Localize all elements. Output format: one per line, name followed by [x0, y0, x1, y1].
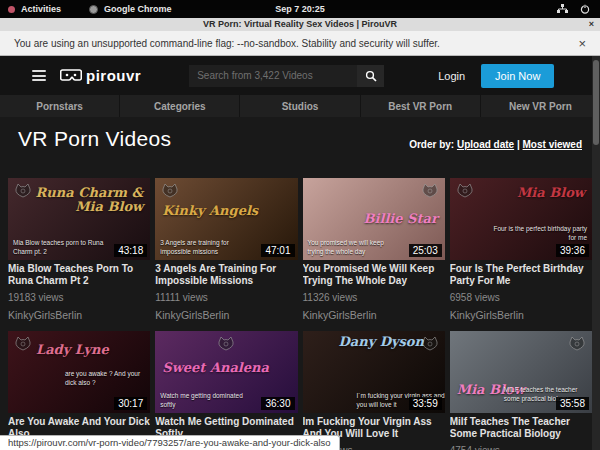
studio-cat-mask-logo-icon — [13, 182, 33, 202]
duration-badge: 30:17 — [114, 397, 147, 410]
nav-item-categories[interactable]: Categories — [120, 95, 239, 117]
thumbnail-overlay-title: Billie Star — [364, 212, 438, 226]
studio-link[interactable]: KinkyGirlsBerlin — [8, 309, 150, 322]
search-icon — [365, 70, 377, 82]
video-card[interactable]: Sweet Analena Watch me getting dominated… — [155, 331, 297, 450]
infobar-message: You are using an unsupported command-lin… — [14, 38, 440, 49]
logo-text: pirouvr — [86, 67, 141, 84]
sandbox-warning-infobar: You are using an unsupported command-lin… — [0, 31, 600, 56]
video-title[interactable]: 3 Angels Are Training For Impossible Mis… — [155, 263, 297, 288]
studio-cat-mask-logo-icon — [13, 335, 33, 355]
duration-badge: 35:58 — [556, 397, 589, 410]
video-thumbnail[interactable]: Mia Blow Four is the perfect birthday pa… — [450, 178, 592, 260]
video-thumbnail[interactable]: Sweet Analena Watch me getting dominated… — [155, 331, 297, 413]
search-bar — [189, 65, 384, 87]
window-close-icon[interactable]: × — [589, 18, 594, 31]
site-logo[interactable]: pirouvr — [60, 67, 141, 84]
video-thumbnail[interactable]: Lady Lyne are you awake ? And your dick … — [8, 331, 150, 413]
order-by: Order by: Upload date | Most viewed — [409, 139, 582, 150]
site-header: pirouvr Login Join Now — [0, 56, 600, 95]
infobar-close-icon[interactable]: × — [578, 37, 586, 50]
video-title[interactable]: Milf Teaches The Teacher Some Practical … — [450, 416, 592, 441]
video-title[interactable]: Four Is The Perfect Birthday Party For M… — [450, 263, 592, 288]
main-nav: Pornstars Categories Studios Best VR Por… — [0, 95, 600, 117]
studio-cat-mask-logo-icon — [216, 335, 236, 355]
link-preview-statusbar: https://pirouvr.com/vr-porn-video/779325… — [0, 435, 340, 450]
studio-cat-mask-logo-icon — [455, 182, 475, 202]
view-count: 6958 views — [450, 292, 592, 304]
studio-link[interactable]: KinkyGirlsBerlin — [450, 309, 592, 322]
thumbnail-caption: 3 Angels are training for impossible mis… — [160, 239, 254, 256]
duration-badge: 39:36 — [556, 244, 589, 257]
thumbnail-caption: You promised we will keep trying the who… — [308, 239, 402, 256]
menu-hamburger-icon[interactable] — [32, 70, 46, 81]
login-link[interactable]: Login — [438, 70, 465, 82]
video-card[interactable]: Kinky Angels 3 Angels are training for i… — [155, 178, 297, 322]
search-input[interactable] — [189, 65, 357, 87]
studio-link[interactable]: KinkyGirlsBerlin — [155, 309, 297, 322]
video-card[interactable]: Lady Lyne are you awake ? And your dick … — [8, 331, 150, 450]
video-grid: Runa Charm & Mia Blow Mia Blow teaches p… — [8, 178, 592, 450]
thumbnail-caption: Mia Blow teaches porn to Runa Charm pt. … — [13, 239, 107, 256]
thumbnail-overlay-title: Kinky Angels — [162, 204, 258, 218]
studio-cat-mask-logo-icon — [160, 182, 180, 202]
video-thumbnail[interactable]: Kinky Angels 3 Angels are training for i… — [155, 178, 297, 260]
window-titlebar[interactable]: VR Porn: Virtual Reality Sex Videos | Pi… — [0, 18, 600, 31]
nav-item-new-vr-porn[interactable]: New VR Porn — [481, 95, 600, 117]
video-card[interactable]: Dany Dyson I´m fucking your virgin ass a… — [303, 331, 445, 450]
video-thumbnail[interactable]: Runa Charm & Mia Blow Mia Blow teaches p… — [8, 178, 150, 260]
view-count: 11326 views — [303, 292, 445, 304]
page-title: VR Porn Videos — [18, 127, 171, 151]
system-top-bar: Activities Google Chrome Sep 7 20:25 — [0, 0, 600, 18]
clock[interactable]: Sep 7 20:25 — [0, 4, 600, 14]
video-card[interactable]: Mia Blow Four is the perfect birthday pa… — [450, 178, 592, 322]
nav-item-pornstars[interactable]: Pornstars — [0, 95, 119, 117]
duration-badge: 36:30 — [261, 397, 294, 410]
video-title[interactable]: You Promised We Will Keep Trying The Who… — [303, 263, 445, 288]
view-count: 11111 views — [155, 292, 297, 304]
screen: Activities Google Chrome Sep 7 20:25 VR … — [0, 0, 600, 450]
order-by-label: Order by: — [409, 139, 454, 150]
video-card[interactable]: Billie Star You promised we will keep tr… — [303, 178, 445, 322]
scrollbar-thumb[interactable] — [593, 60, 599, 145]
duration-badge: 43:18 — [114, 244, 147, 257]
search-button[interactable] — [357, 65, 384, 87]
studio-cat-mask-logo-icon — [567, 335, 587, 355]
nav-item-best-vr-porn[interactable]: Best VR Porn — [361, 95, 480, 117]
duration-badge: 33:59 — [409, 397, 442, 410]
window-title: VR Porn: Virtual Reality Sex Videos | Pi… — [203, 19, 397, 29]
order-most-viewed-link[interactable]: Most viewed — [523, 139, 582, 150]
nav-item-studios[interactable]: Studios — [240, 95, 359, 117]
thumbnail-caption: Four is the perfect birthday party for m… — [493, 225, 587, 242]
thumbnail-overlay-title: Runa Charm & Mia Blow — [32, 186, 143, 213]
video-thumbnail[interactable]: Billie Star You promised we will keep tr… — [303, 178, 445, 260]
view-count: 19183 views — [8, 292, 150, 304]
thumbnail-caption: are you awake ? And your dick also ? — [65, 370, 150, 387]
video-card[interactable]: Mia Blow MILF teaches the teacher some p… — [450, 331, 592, 450]
thumbnail-overlay-title: Dany Dyson — [339, 335, 425, 349]
thumbnail-overlay-title: Mia Blow — [517, 186, 585, 200]
video-thumbnail[interactable]: Dany Dyson I´m fucking your virgin ass a… — [303, 331, 445, 413]
duration-badge: 25:03 — [409, 244, 442, 257]
order-separator: | — [517, 139, 520, 150]
video-card[interactable]: Runa Charm & Mia Blow Mia Blow teaches p… — [8, 178, 150, 322]
view-count: 4754 views — [450, 445, 592, 450]
thumbnail-overlay-title: Lady Lyne — [36, 343, 109, 357]
order-upload-date-link[interactable]: Upload date — [457, 139, 514, 150]
page-scrollbar[interactable] — [592, 56, 600, 450]
studio-cat-mask-logo-icon — [420, 182, 440, 202]
duration-badge: 47:01 — [261, 244, 294, 257]
video-title[interactable]: Mia Blow Teaches Porn To Runa Charm Pt 2 — [8, 263, 150, 288]
studio-link[interactable]: KinkyGirlsBerlin — [303, 309, 445, 322]
video-thumbnail[interactable]: Mia Blow MILF teaches the teacher some p… — [450, 331, 592, 413]
thumbnail-caption: Watch me getting dominated softly — [160, 392, 254, 409]
join-now-button[interactable]: Join Now — [481, 64, 554, 88]
thumbnail-overlay-title: Sweet Analena — [162, 361, 269, 375]
vr-goggles-icon — [60, 69, 82, 82]
